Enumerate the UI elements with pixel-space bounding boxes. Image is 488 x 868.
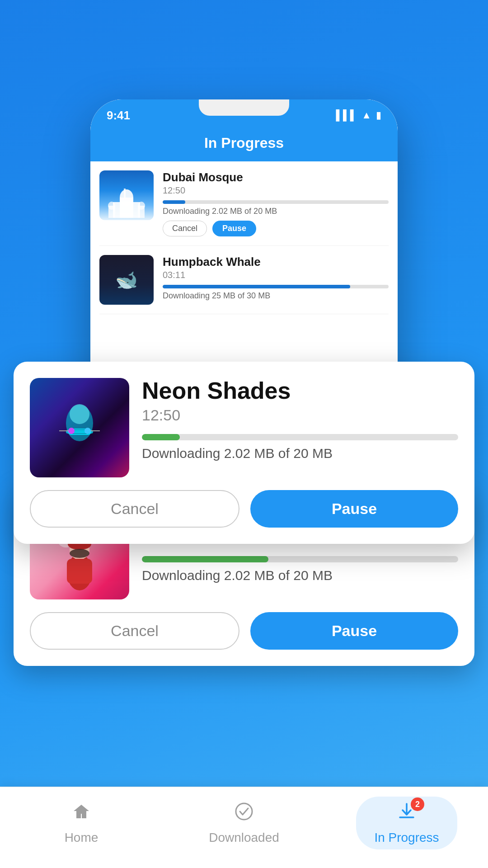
neon-title: Neon Shades	[142, 378, 458, 404]
sakura-progress-fill	[142, 556, 268, 562]
mosque-svg	[104, 184, 149, 220]
neon-time: 12:50	[142, 406, 458, 424]
whale-progress-fill	[163, 285, 350, 288]
tab-active-bg: 2 In Progress	[356, 797, 457, 849]
neon-card: Neon Shades 12:50 Downloading 2.02 MB of…	[14, 362, 474, 544]
svg-point-9	[70, 404, 89, 424]
sakura-progress-text: Downloading 2.02 MB of 20 MB	[142, 568, 458, 583]
battery-icon: ▮	[376, 109, 381, 121]
notch	[199, 99, 289, 116]
dubai-pause-button[interactable]: Pause	[212, 221, 256, 236]
dubai-progress-text: Downloading 2.02 MB of 20 MB	[163, 207, 389, 216]
inprogress-badge: 2	[411, 797, 424, 811]
inprogress-icon: 2	[396, 801, 417, 827]
neon-buttons: Cancel Pause	[30, 490, 458, 528]
tab-downloaded[interactable]: Downloaded	[163, 801, 325, 854]
whale-figure: 🐋	[99, 255, 154, 305]
svg-point-24	[70, 549, 89, 558]
tab-home[interactable]: Home	[0, 801, 163, 854]
svg-rect-3	[124, 189, 126, 198]
phone-content: Dubai Mosque 12:50 Downloading 2.02 MB o…	[90, 161, 398, 314]
sakura-progress-bar	[142, 556, 458, 562]
dubai-buttons: Cancel Pause	[163, 221, 389, 236]
neon-info: Neon Shades 12:50 Downloading 2.02 MB of…	[142, 378, 458, 461]
phone-list-item-dubai: Dubai Mosque 12:50 Downloading 2.02 MB o…	[99, 161, 389, 246]
dubai-cancel-button[interactable]: Cancel	[163, 221, 207, 236]
dubai-progress-fill	[163, 200, 185, 204]
svg-point-25	[236, 803, 252, 820]
whale-icon: 🐋	[115, 269, 138, 291]
dubai-name: Dubai Mosque	[163, 170, 389, 184]
neon-figure	[30, 378, 129, 477]
phone-screen-header: In Progress	[90, 127, 398, 161]
svg-point-6	[108, 202, 115, 210]
wifi-icon: ▲	[361, 109, 371, 121]
check-svg	[234, 801, 254, 822]
phone-screen-title: In Progress	[90, 135, 398, 151]
home-icon	[71, 801, 92, 827]
whale-name: Humpback Whale	[163, 255, 389, 269]
neon-progress-fill	[142, 434, 180, 440]
neon-progress-bar	[142, 434, 458, 440]
dubai-progress-bar	[163, 200, 389, 204]
neon-svg	[43, 392, 116, 464]
svg-rect-21	[67, 559, 92, 584]
whale-info: Humpback Whale 03:11 Downloading 25 MB o…	[163, 255, 389, 301]
tab-downloaded-label: Downloaded	[209, 830, 279, 845]
neon-cancel-button[interactable]: Cancel	[30, 490, 239, 528]
dubai-time: 12:50	[163, 185, 389, 196]
dubai-thumb	[99, 170, 154, 220]
sakura-cancel-button[interactable]: Cancel	[30, 612, 239, 650]
neon-card-row: Neon Shades 12:50 Downloading 2.02 MB of…	[30, 378, 458, 477]
svg-point-2	[120, 189, 133, 206]
phone-list-item-whale: 🐋 Humpback Whale 03:11 Downloading 25 MB…	[99, 246, 389, 314]
neon-thumb	[30, 378, 129, 477]
home-svg	[71, 801, 92, 822]
tab-inprogress[interactable]: 2 In Progress	[325, 797, 488, 859]
tab-inprogress-label: In Progress	[374, 830, 439, 845]
tab-home-label: Home	[65, 830, 99, 845]
whale-time: 03:11	[163, 270, 389, 280]
downloaded-icon	[234, 801, 254, 827]
badge-container: 2	[396, 801, 417, 827]
sakura-buttons: Cancel Pause	[30, 612, 458, 650]
neon-progress-text: Downloading 2.02 MB of 20 MB	[142, 446, 458, 461]
status-time: 9:41	[107, 108, 130, 123]
sakura-pause-button[interactable]: Pause	[250, 612, 458, 650]
mosque-figure	[99, 170, 154, 220]
dubai-info: Dubai Mosque 12:50 Downloading 2.02 MB o…	[163, 170, 389, 236]
bottom-tabbar: Home Downloaded 2 In Progress	[0, 787, 488, 868]
svg-point-7	[138, 202, 145, 210]
status-icons: ▌▌▌ ▲ ▮	[336, 109, 381, 121]
whale-progress-bar	[163, 285, 389, 288]
whale-progress-text: Downloading 25 MB of 30 MB	[163, 291, 389, 301]
svg-point-13	[84, 428, 91, 434]
svg-point-12	[68, 428, 75, 434]
whale-thumb: 🐋	[99, 255, 154, 305]
neon-pause-button[interactable]: Pause	[250, 490, 458, 528]
signal-icon: ▌▌▌	[336, 109, 357, 121]
